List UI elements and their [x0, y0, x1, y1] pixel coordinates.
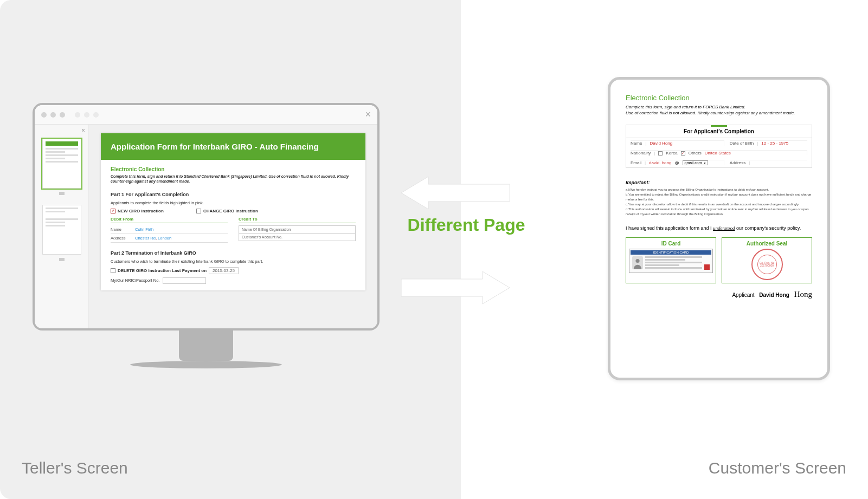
- left-panel: × ×: [0, 0, 461, 499]
- debit-heading: Debit From: [111, 217, 228, 223]
- arrow-right-icon: [401, 268, 510, 307]
- page-thumbnail-2[interactable]: [42, 205, 81, 255]
- credit-to-column: Credit To Name Of Billing Organisation C…: [239, 217, 356, 243]
- delete-giro-label: DELETE GIRO Instruction Last Payment on: [118, 268, 207, 273]
- monitor-stand: [179, 328, 233, 361]
- section-heading: For Applicant's Completion: [626, 125, 812, 138]
- doc-body: Electronic Collection Complete this form…: [101, 160, 365, 290]
- nationality-value[interactable]: United States: [705, 151, 731, 155]
- applicant-signature: Hong: [794, 290, 812, 299]
- different-page-label: Different Page: [407, 214, 526, 236]
- document-page: Application Form for Interbank GIRO - Au…: [101, 133, 365, 290]
- applicant-section: For Applicant's Completion Name|David Ho…: [626, 125, 812, 168]
- doc-title: Application Form for Interbank GIRO - Au…: [101, 133, 365, 160]
- applicant-name: David Hong: [759, 292, 789, 298]
- name-label: Name: [631, 141, 642, 146]
- id-card-icon: IDENTIFICATION CARD: [629, 249, 713, 273]
- customer-caption: Customer's Screen: [709, 459, 846, 477]
- id-card-heading: ID Card: [629, 241, 713, 247]
- others-checkbox[interactable]: ✓: [681, 151, 685, 155]
- window-titlebar: ×: [35, 105, 377, 125]
- tab-dot-icon: [93, 112, 99, 118]
- account-no-row: Customer's Account No.: [239, 234, 355, 241]
- teller-caption: Teller's Screen: [22, 459, 128, 477]
- id-chip-icon: [704, 264, 710, 270]
- important-notes: Important: a.I/We hereby instruct you to…: [626, 180, 812, 217]
- traffic-lights: [41, 112, 65, 118]
- name-value[interactable]: David Hong: [650, 141, 672, 146]
- address-value: Chester Rd, London: [135, 236, 171, 241]
- name-label: Name: [111, 227, 135, 232]
- applicant-line: Applicant David Hong Hong: [626, 290, 812, 299]
- right-panel: Electronic Collection Complete this form…: [461, 0, 868, 499]
- document-scroll[interactable]: Application Form for Interbank GIRO - Au…: [89, 125, 377, 328]
- part2-title: Part 2 Termination of Interbank GIRO: [111, 250, 356, 256]
- page-thumbnail-1[interactable]: [42, 139, 81, 189]
- ec-sub2: Use of correction fluid is not allowed. …: [626, 110, 812, 116]
- signature-statement: I have signed this application form and …: [626, 225, 812, 231]
- important-item: b.You are entitled to reject the Billing…: [626, 192, 812, 202]
- email-local[interactable]: david. hong: [649, 160, 671, 165]
- nric-input[interactable]: [163, 277, 206, 284]
- svg-marker-1: [401, 177, 510, 209]
- traffic-dot-icon: [60, 112, 65, 118]
- applicant-label: Applicant: [732, 292, 754, 298]
- sidebar-close-icon[interactable]: ×: [81, 127, 85, 134]
- change-giro-checkbox[interactable]: ✓CHANGE GIRO Instruction: [196, 209, 258, 213]
- thumb-index-icon: [59, 258, 65, 261]
- dob-value[interactable]: 12 - 25 - 1975: [761, 141, 788, 146]
- monitor-base: [130, 361, 282, 368]
- part2-desc: Customers who wish to terminate their ex…: [111, 259, 356, 264]
- svg-point-0: [635, 259, 639, 263]
- address-label: Address: [111, 236, 135, 241]
- tab-dot-icon: [84, 112, 89, 118]
- teller-monitor: × ×: [33, 103, 380, 368]
- instruction-options: ✓NEW GIRO Instruction ✓CHANGE GIRO Instr…: [111, 209, 356, 213]
- diagram-stage: × ×: [0, 0, 868, 499]
- others-label: Others: [689, 151, 702, 155]
- address-label: Address: [730, 160, 745, 165]
- traffic-dot-icon: [50, 112, 56, 118]
- korea-label: Korea: [666, 151, 677, 155]
- delete-giro-checkbox[interactable]: ✓: [111, 268, 115, 273]
- ec-title: Electronic Collection: [626, 94, 812, 102]
- new-giro-label: NEW GIRO Instruction: [118, 209, 164, 213]
- credit-heading: Credit To: [239, 217, 356, 223]
- svg-marker-2: [401, 271, 510, 304]
- dob-label: Date of Birth: [730, 141, 754, 146]
- new-giro-checkbox[interactable]: ✓NEW GIRO Instruction: [111, 209, 164, 213]
- billing-org-row: Name Of Billing Organisation: [239, 226, 355, 234]
- change-giro-label: CHANGE GIRO Instruction: [203, 209, 258, 213]
- monitor-screen: × ×: [33, 103, 380, 330]
- customer-tablet: Electronic Collection Complete this form…: [608, 77, 830, 380]
- nric-label: My/Our NRIC/Passport No.: [111, 278, 159, 283]
- id-card-panel: ID Card IDENTIFICATION CARD: [626, 237, 716, 283]
- seal-icon: Co. Reg. No201700000: [751, 249, 783, 280]
- id-card-top: IDENTIFICATION CARD: [631, 250, 711, 255]
- important-heading: Important:: [626, 180, 812, 185]
- email-at: @: [674, 160, 679, 165]
- important-item: a.I/We hereby instruct you to process th…: [626, 187, 812, 192]
- part1-title: Part 1 For Applicant's Completion: [111, 192, 356, 197]
- nationality-label: Nationality: [631, 151, 651, 155]
- last-payment-date[interactable]: 2015-03-25: [209, 267, 239, 274]
- ec-sub: Complete this form, sign and return it t…: [111, 174, 356, 184]
- debit-from-column: Debit From NameColin Firth AddressCheste…: [111, 217, 228, 243]
- person-icon: [632, 256, 643, 269]
- thumb-index-icon: [59, 192, 65, 195]
- window-close-icon[interactable]: ×: [365, 109, 371, 120]
- tab-dots: [75, 112, 99, 118]
- email-domain-select[interactable]: gmail.com: [683, 160, 709, 165]
- ec-title: Electronic Collection: [111, 166, 356, 172]
- seal-heading: Authorized Seal: [725, 241, 809, 247]
- part1-hint: Applicants to complete the fields highli…: [111, 200, 356, 205]
- name-value: Colin Firth: [135, 227, 153, 232]
- tab-dot-icon: [75, 112, 80, 118]
- important-item: c.You may at your discretion allow the d…: [626, 202, 812, 207]
- arrow-left-icon: [401, 173, 510, 212]
- korea-checkbox[interactable]: [658, 151, 663, 155]
- traffic-dot-icon: [41, 112, 47, 118]
- seal-panel: Authorized Seal Co. Reg. No201700000: [722, 237, 812, 283]
- ec-sub1: Complete this form, sign and return it t…: [626, 104, 812, 110]
- important-item: d.This authorisation will remain in forc…: [626, 207, 812, 217]
